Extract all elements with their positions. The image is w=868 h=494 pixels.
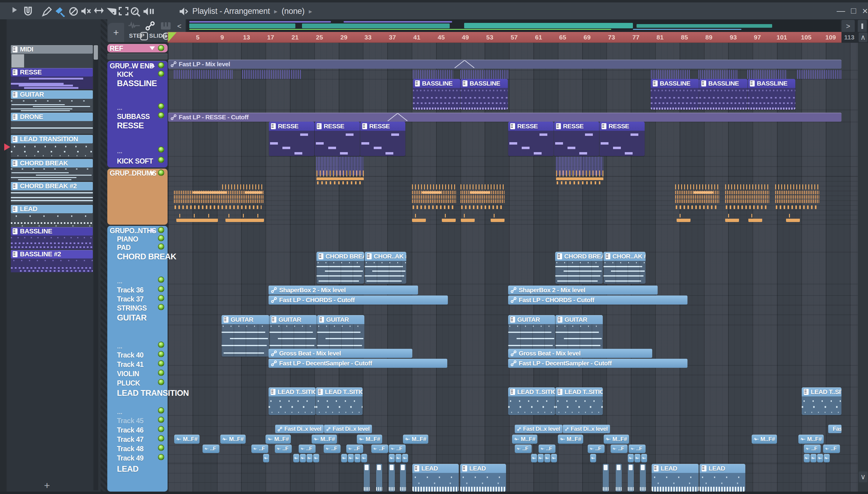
scroll-down-button[interactable]: ∨ <box>858 471 867 482</box>
picker-item-chord-break-2[interactable]: CHORD BREAK #2 <box>11 182 93 190</box>
maximize-button[interactable]: □ <box>848 5 860 17</box>
pattern-clip-bassline[interactable]: BASSLINE <box>699 79 747 110</box>
pattern-clip-bassline[interactable]: BASSLINE <box>413 79 460 110</box>
add-pattern-button[interactable]: + <box>44 479 50 491</box>
picker-item-midi[interactable]: MIDI <box>11 45 93 54</box>
picker-scrollbar[interactable] <box>93 44 98 490</box>
paint-brush-icon[interactable] <box>55 7 65 17</box>
automation-clip-gross-beat[interactable]: Gross Beat - Mix level <box>269 349 412 358</box>
audio-clip-m-f[interactable]: M..F# <box>558 435 583 444</box>
audio-clip-f[interactable]: ..F <box>299 444 316 453</box>
mute-led[interactable] <box>158 227 164 233</box>
pattern-preview[interactable] <box>11 190 93 204</box>
pattern-preview[interactable] <box>11 168 93 181</box>
track-label-lead-transition[interactable]: LEAD TRANSITION <box>117 388 189 398</box>
audio-clip-tiny[interactable] <box>293 454 299 462</box>
audio-clip-source-icon[interactable] <box>128 22 141 30</box>
track-label-lead[interactable]: LEAD <box>117 464 138 474</box>
mute-led[interactable] <box>158 112 164 118</box>
pattern-clip-lead[interactable]: LEAD <box>652 464 699 492</box>
automation-clip-fast-lp-decentsampler[interactable]: Fast LP - DecentSampler - Cutoff <box>269 359 447 368</box>
audio-clip-tiny[interactable] <box>544 454 550 462</box>
pattern-clip-resse[interactable]: RESSE <box>360 122 405 156</box>
audio-clip-tiny[interactable] <box>402 454 408 462</box>
pattern-clip-resse[interactable]: RESSE <box>508 122 554 156</box>
audio-clip-tiny[interactable] <box>313 454 319 462</box>
add-arrangement-tab[interactable]: + <box>108 23 124 42</box>
track-label-36[interactable]: Track 36 <box>117 286 144 294</box>
audio-clip-f[interactable]: ..F <box>539 444 555 453</box>
pattern-preview[interactable] <box>11 99 93 111</box>
pattern-clip-lead-thin[interactable] <box>400 464 406 492</box>
audio-clip-f[interactable]: ..F <box>371 444 388 453</box>
track-label-collapsed[interactable]: ... <box>117 342 122 350</box>
pattern-clip-kick[interactable] <box>797 70 842 79</box>
pattern-clip-chord-break-2[interactable]: CHOR..AK #2 <box>603 252 646 284</box>
minimize-button[interactable]: — <box>835 5 847 17</box>
track-label-41[interactable]: Track 41 <box>117 361 144 369</box>
automation-clip-fast-di[interactable]: Fast Di..x level <box>828 425 842 433</box>
track-label-pad[interactable]: PAD <box>117 244 130 252</box>
audio-clip-m-f[interactable]: M..F# <box>357 435 382 444</box>
mute-led[interactable] <box>158 342 164 348</box>
pattern-clip-lead-transition[interactable]: LEAD T..SITION <box>508 387 555 415</box>
mute-led[interactable] <box>158 45 164 51</box>
audio-clip-m-f[interactable]: M..F# <box>512 435 537 444</box>
zoom-icon[interactable] <box>130 7 141 17</box>
track-label-guitar[interactable]: GUITAR <box>117 313 147 323</box>
audio-clip-tiny[interactable] <box>361 454 367 462</box>
audio-clip-m-f[interactable]: M..F# <box>604 435 629 444</box>
playback-icon[interactable] <box>143 7 154 16</box>
pattern-clip-lead-thin[interactable] <box>389 464 395 492</box>
audio-clip-f[interactable]: ..F <box>804 444 821 453</box>
pattern-clip-chord-break[interactable]: CHORD BREAK <box>316 252 364 284</box>
audio-clip-f[interactable]: ..F <box>588 444 605 453</box>
track-label-resse[interactable]: RESSE <box>117 121 144 130</box>
audio-clip-tiny[interactable] <box>824 454 830 462</box>
chevron-up-icon[interactable] <box>149 228 155 232</box>
pattern-preview[interactable] <box>11 213 93 227</box>
pattern-clip-bassline[interactable]: BASSLINE <box>461 79 508 110</box>
track-label-kick-soft[interactable]: KICK SOFT <box>117 157 153 165</box>
audio-clip-tiny[interactable] <box>641 454 647 462</box>
close-button[interactable]: × <box>859 5 868 17</box>
mute-led[interactable] <box>158 360 164 366</box>
track-label-47[interactable]: Track 47 <box>117 436 144 444</box>
pattern-clip-lead-thin[interactable] <box>628 464 634 492</box>
step-toggle[interactable] <box>140 32 148 40</box>
pattern-clip-lead-thin[interactable] <box>376 464 382 492</box>
picker-item-chord-break[interactable]: CHORD BREAK <box>11 159 93 168</box>
mute-led[interactable] <box>158 235 164 241</box>
pattern-clip-kick[interactable] <box>747 70 787 79</box>
track-label-40[interactable]: Track 40 <box>117 351 144 359</box>
mute-led[interactable] <box>158 295 164 301</box>
pattern-preview[interactable] <box>11 144 93 157</box>
picker-item-guitar[interactable]: GUITAR <box>11 90 93 99</box>
audio-clip-tiny[interactable] <box>628 454 634 462</box>
audio-clip-f[interactable]: ..F <box>389 444 406 453</box>
vertical-scrollbar[interactable] <box>858 43 868 492</box>
picker-item-bassline-2[interactable]: BASSLINE #2 <box>11 250 93 259</box>
track-label-49[interactable]: Track 49 <box>117 454 144 462</box>
automation-clip-fast-lp-mix[interactable]: Fast LP - Mix level <box>168 60 842 69</box>
track-label-48[interactable]: Track 48 <box>117 445 144 453</box>
audio-clip-f[interactable]: ..F <box>346 444 363 453</box>
track-label-bassline[interactable]: BASSLINE <box>117 79 157 88</box>
mute-led[interactable] <box>158 351 164 357</box>
pattern-clip-lead-thin[interactable] <box>364 464 370 492</box>
mute-led[interactable] <box>158 435 164 442</box>
slide-icon[interactable] <box>93 7 104 15</box>
pattern-clip-lead-transition[interactable]: LEAD T..SITION <box>316 387 363 415</box>
automation-clip-fast-lp-chords[interactable]: Fast LP - CHORDS - Cutoff <box>508 296 687 305</box>
pattern-clip-kick[interactable] <box>242 70 302 79</box>
pattern-clip-bassline[interactable]: BASSLINE <box>651 79 699 110</box>
automation-clip-shaperbox[interactable]: ShaperBox 2 - Mix level <box>269 286 418 294</box>
audio-clip-m-f[interactable]: M..F# <box>312 435 337 444</box>
draw-pencil-icon[interactable] <box>42 7 52 17</box>
audio-clip-f[interactable]: ..F <box>324 444 340 453</box>
audio-clip-tiny[interactable] <box>590 454 596 462</box>
picker-item-bassline[interactable]: BASSLINE <box>11 227 93 235</box>
track-label-violin[interactable]: VIOLIN <box>117 370 139 378</box>
pattern-clip-lead-thin[interactable] <box>616 464 622 492</box>
track-label-45[interactable]: Track 45 <box>117 417 144 425</box>
